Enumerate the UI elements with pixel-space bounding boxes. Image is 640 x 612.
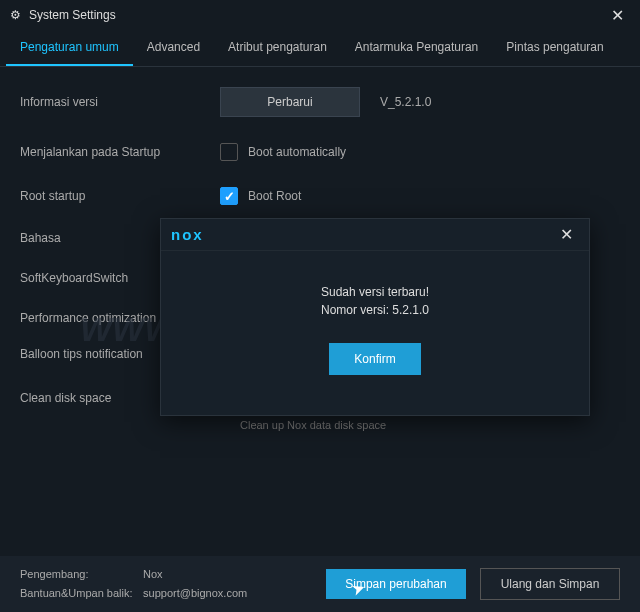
titlebar: ⚙ System Settings ✕ [0,0,640,30]
boot-auto-checkbox[interactable] [220,143,238,161]
update-modal: nox ✕ Sudah versi terbaru! Nomor versi: … [160,218,590,416]
boot-auto-label: Boot automatically [248,145,346,159]
help-value: support@bignox.com [143,587,247,599]
tab-interface[interactable]: Antarmuka Pengaturan [341,30,492,66]
window-title: System Settings [29,8,116,22]
help-key: Bantuan&Umpan balik: [20,584,140,603]
tab-advanced[interactable]: Advanced [133,30,214,66]
tab-attribute[interactable]: Atribut pengaturan [214,30,341,66]
modal-close-icon[interactable]: ✕ [554,223,579,246]
tab-general[interactable]: Pengaturan umum [6,30,133,66]
modal-line2: Nomor versi: 5.2.1.0 [171,301,579,319]
dev-value: Nox [143,568,163,580]
tabs: Pengaturan umum Advanced Atribut pengatu… [0,30,640,67]
startup-label: Menjalankan pada Startup [20,145,220,159]
dev-key: Pengembang: [20,565,140,584]
version-value: V_5.2.1.0 [380,95,431,109]
row-startup: Menjalankan pada Startup Boot automatica… [20,143,620,161]
clean-hint: Clean up Nox data disk space [240,419,620,431]
row-root: Root startup Boot Root [20,187,620,205]
boot-root-checkbox[interactable] [220,187,238,205]
update-button[interactable]: Perbarui [220,87,360,117]
boot-root-label: Boot Root [248,189,301,203]
save-button[interactable]: Simpan perubahan [326,569,466,599]
tab-shortcut[interactable]: Pintas pengaturan [492,30,617,66]
footer-info: Pengembang: Nox Bantuan&Umpan balik: sup… [20,565,312,602]
gear-icon: ⚙ [10,8,21,22]
root-label: Root startup [20,189,220,203]
modal-line1: Sudah versi terbaru! [171,283,579,301]
confirm-button[interactable]: Konfirm [329,343,421,375]
nox-logo: nox [171,226,204,243]
modal-header: nox ✕ [161,219,589,251]
save-restart-button[interactable]: Ulang dan Simpan [480,568,620,600]
version-label: Informasi versi [20,95,220,109]
footer: Pengembang: Nox Bantuan&Umpan balik: sup… [0,556,640,612]
row-version: Informasi versi Perbarui V_5.2.1.0 [20,87,620,117]
close-icon[interactable]: ✕ [605,4,630,27]
modal-body: Sudah versi terbaru! Nomor versi: 5.2.1.… [161,251,589,375]
